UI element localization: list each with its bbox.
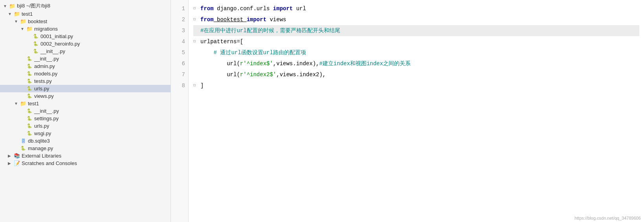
code-line-6: url(r'^index$',views.index),#建立index和视图i… [193,58,639,69]
label-init2-file: __init__.py [34,56,59,62]
token: url( [200,58,240,69]
py-icon-settings-file: 🐍 [26,116,33,121]
line-num-1: 1 [172,3,185,14]
line-num-5: 5 [172,47,185,58]
label-settings-file: settings.py [34,116,59,121]
sidebar-item-test1-inner-dir[interactable]: ▼📁test1 [0,100,171,107]
py-icon-0001-file: 🐍 [32,34,39,39]
py-icon-admin-file: 🐍 [26,64,33,69]
token: import [247,14,266,25]
py-icon-manage-file: 🐍 [20,146,27,151]
label-urls-file: urls.py [34,86,49,92]
token: # 通过url函数设置url路由的配置项 [200,47,306,58]
folder-icon-test1-inner-dir: 📁 [20,101,27,106]
label-booktest-dir: booktest [28,18,47,24]
sidebar-item-views-file[interactable]: 🐍views.py [0,92,171,100]
label-manage-file: manage.py [28,145,53,151]
root-arrow: ▼ [3,4,9,8]
label-test1-dir: test1 [22,11,33,17]
label-db-file: db.sqlite3 [28,138,50,144]
code-line-8: ⊟] [193,80,639,91]
fold-icon-4[interactable]: ⊟ [193,36,200,47]
sidebar-item-migrations-dir[interactable]: ▼📁migrations [0,25,171,33]
arrow-test1-inner-dir: ▼ [14,101,20,106]
sidebar-item-db-file[interactable]: 🗄db.sqlite3 [0,137,171,145]
sidebar-item-urls-file[interactable]: 🐍urls.py [0,85,171,92]
token: urlpatterns=[ [200,36,243,47]
code-line-5: # 通过url函数设置url路由的配置项 [193,47,639,58]
fold-icon-1[interactable]: ⊟ [193,3,200,14]
sidebar-item-admin-file[interactable]: 🐍admin.py [0,62,171,70]
token: ,views.index), [273,58,319,69]
sidebar-item-tests-file[interactable]: 🐍tests.py [0,77,171,85]
token: booktest [214,14,247,25]
label-tests-file: tests.py [34,78,52,84]
line-num-4: 4 [172,36,185,47]
label-urls2-file: urls.py [34,123,49,129]
sidebar-item-init2-file[interactable]: 🐍__init__.py [0,55,171,62]
code-line-2: ⊟from booktest import views [193,14,639,25]
fold-icon-8[interactable]: ⊟ [193,80,200,91]
sidebar-item-init3-file[interactable]: 🐍__init__.py [0,107,171,115]
code-line-4: ⊟urlpatterns=[ [193,36,639,47]
scratch-icon-scratches: 📝 [13,160,20,166]
arrow-migrations-dir: ▼ [20,27,26,31]
sidebar-item-urls2-file[interactable]: 🐍urls.py [0,122,171,130]
token: ] [200,80,204,91]
label-views-file: views.py [34,93,54,99]
py-icon-init2-file: 🐍 [26,56,33,61]
sidebar-item-0002-file[interactable]: 🐍0002_heroinfo.py [0,40,171,48]
line-numbers: 12345678 [171,0,189,222]
py-icon-views-file: 🐍 [26,94,33,99]
token: #建立index和视图index之间的关系 [319,58,410,69]
sidebar-item-settings-file[interactable]: 🐍settings.py [0,115,171,122]
code-line-1: ⊟from django.conf.urls import url [193,3,639,14]
sidebar-item-0001-file[interactable]: 🐍0001_initial.py [0,33,171,40]
watermark: https://blog.csdn.net/qq_34789606 [574,216,641,220]
py-icon-init1-file: 🐍 [32,49,39,54]
sidebar-item-init1-file[interactable]: 🐍__init__.py [0,48,171,55]
token: from [200,14,214,25]
arrow-booktest-dir: ▼ [14,19,20,24]
fold-icon-2[interactable]: ⊟ [193,14,200,25]
root-folder-icon: 📁 [9,3,16,9]
file-tree[interactable]: ▼ 📁 bji8 ~/图片/bji8 ▼📁test1▼📁booktest▼📁mi… [0,0,171,222]
code-line-3: #在应用中进行url配置的时候，需要严格匹配开头和结尾 [193,25,639,36]
label-0001-file: 0001_initial.py [40,33,73,39]
arrow-test1-dir: ▼ [8,12,13,16]
arrow-ext-libs: ▶ [8,154,13,158]
sidebar-item-booktest-dir[interactable]: ▼📁booktest [0,18,171,25]
label-migrations-dir: migrations [34,26,58,32]
token: url( [200,69,240,80]
root-folder[interactable]: ▼ 📁 bji8 ~/图片/bji8 [0,2,171,10]
token: ,views.index2), [276,69,326,80]
ext-icon-ext-libs: 📚 [13,153,20,159]
token: r'^index$' [240,58,273,69]
label-ext-libs: External Libraries [22,153,61,159]
py-icon-models-file: 🐍 [26,71,33,76]
folder-icon-test1-dir: 📁 [13,11,20,17]
sidebar-item-scratches[interactable]: ▶📝Scratches and Consoles [0,160,171,167]
sidebar-item-models-file[interactable]: 🐍models.py [0,70,171,77]
db-icon-db-file: 🗄 [20,139,27,143]
folder-icon-migrations-dir: 📁 [26,26,33,32]
py-icon-wsgi-file: 🐍 [26,131,33,136]
label-wsgi-file: wsgi.py [34,130,51,136]
root-label: bji8 ~/图片/bji8 [17,2,50,9]
code-content[interactable]: ⊟from django.conf.urls import url⊟from b… [189,0,644,222]
py-icon-0002-file: 🐍 [32,41,39,46]
line-num-2: 2 [172,14,185,25]
label-init3-file: __init__.py [34,108,59,114]
sidebar-item-ext-libs[interactable]: ▶📚External Libraries [0,152,171,160]
label-models-file: models.py [34,71,57,77]
py-icon-urls-file: 🐍 [26,86,33,91]
token: django.conf.urls [214,3,273,14]
token: import [273,3,293,14]
line-num-8: 8 [172,80,185,91]
line-num-6: 6 [172,58,185,69]
sidebar-item-test1-dir[interactable]: ▼📁test1 [0,10,171,18]
label-scratches: Scratches and Consoles [22,160,77,166]
token: #在应用中进行url配置的时候，需要严格匹配开头和结尾 [200,25,340,36]
sidebar-item-manage-file[interactable]: 🐍manage.py [0,145,171,152]
sidebar-item-wsgi-file[interactable]: 🐍wsgi.py [0,130,171,137]
